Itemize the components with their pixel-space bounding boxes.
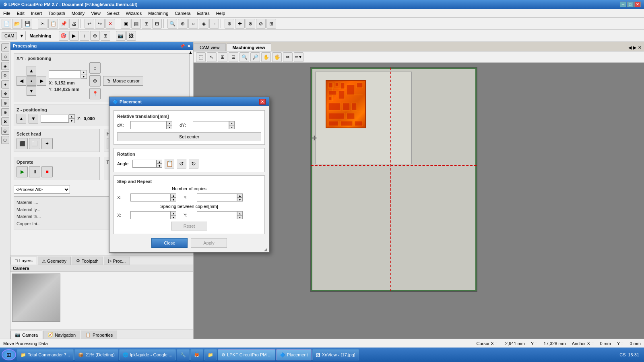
rot-cw-btn[interactable]: ↻ [189,159,198,169]
head-btn1[interactable]: ⬛ [17,138,28,149]
canvas-close[interactable]: ✕ [638,45,642,50]
lt-btn10[interactable]: ◎ [1,127,9,135]
cv-pan-btn[interactable]: ✋ [261,52,271,62]
spacing-y-up[interactable]: ▲ [237,211,243,215]
undo-btn[interactable]: ↩ [85,19,94,29]
zoom3-btn[interactable]: ○ [188,19,198,29]
tab-layers[interactable]: □ Layers [10,257,37,265]
spacing-x-down[interactable]: ▼ [171,215,176,219]
xy-step-input[interactable]: 10 mm [49,70,81,78]
cam-btn4[interactable]: ⊕ [90,31,100,41]
home-btn[interactable]: ⌂ [89,62,101,74]
task-chrome[interactable]: 🌐 lpkf-guide - Google ... [119,349,176,360]
dialog-resize-handle[interactable]: ◢ [264,247,269,252]
lt-btn9[interactable]: ✖ [1,117,9,125]
cv-pencil-btn[interactable]: ✏ [283,52,293,62]
menu-edit[interactable]: Edit [14,10,28,16]
paste-btn[interactable]: 📌 [59,19,68,29]
cam-btn6[interactable]: 📷 [116,31,126,41]
canvas-nav-right[interactable]: ▶ [633,45,636,50]
down-btn[interactable]: ▼ [27,86,36,96]
menu-extras[interactable]: Extras [194,10,213,16]
angle-input[interactable]: -90 ° [132,160,157,168]
cut-btn[interactable]: ✂ [38,19,47,29]
center-btn[interactable]: ● [27,76,36,86]
angle-up[interactable]: ▲ [157,160,162,164]
save-btn[interactable]: 💾 [23,19,32,29]
set-center-button[interactable]: Set center [117,132,261,141]
task-folder[interactable]: 📁 [204,349,217,360]
menu-camera[interactable]: Camera [171,10,194,16]
cam-arrow[interactable]: ▼ [19,33,24,38]
cam-btn2[interactable]: ▶ [69,31,79,41]
dx-down[interactable]: ▼ [167,125,172,129]
spacing-x-input[interactable]: 0 mm [130,211,171,219]
pause-btn[interactable]: ⏸ [29,166,40,177]
head-btn2[interactable]: ⬜ [29,138,40,149]
cam-btn1[interactable]: 🎯 [59,31,68,41]
print-btn[interactable]: 🖨 [69,19,79,29]
cv-select-btn[interactable]: ⬚ [196,52,206,62]
mouse-cursor-btn[interactable]: 🖱 Mouse cursor [103,76,143,86]
minimize-btn[interactable]: ─ [620,2,626,7]
nav-btn[interactable]: → [209,19,219,29]
select2-btn[interactable]: ▤ [131,19,141,29]
redo-btn[interactable]: ↪ [95,19,105,29]
z-step-down[interactable]: ▼ [69,119,74,123]
cv-zoom-btn[interactable]: 🔍 [239,52,249,62]
rot-copy-btn[interactable]: 📋 [165,159,174,169]
dy-up[interactable]: ▲ [229,121,235,125]
cam-dropdown[interactable]: CAM [2,32,17,39]
open-btn[interactable]: 📂 [12,19,22,29]
lt-btn7[interactable]: ⊛ [1,99,9,107]
task-total-commander[interactable]: 📁 Total Commander 7... [17,349,74,360]
lt-btn2[interactable]: ⊙ [1,53,9,61]
xy-step-down[interactable]: ▼ [81,74,87,78]
angle-down[interactable]: ▼ [157,164,162,168]
play-btn[interactable]: ▶ [17,166,28,177]
dy-down[interactable]: ▼ [229,125,235,129]
lt-btn4[interactable]: ⚙ [1,71,9,79]
spacing-y-input[interactable]: 0 mm [197,211,237,219]
cam-view-tab[interactable]: CAM view [194,43,226,51]
panel-pin-btn[interactable]: 📌 [180,44,185,48]
lt-btn3[interactable]: ◈ [1,62,9,70]
tool4-btn[interactable]: ⊘ [256,19,266,29]
dialog-apply-button[interactable]: Apply [191,238,227,248]
z-step-input[interactable]: 0,1 mm [41,115,69,123]
cv-fit-btn[interactable]: ⊞ [218,52,227,62]
cv-cursor-btn[interactable]: ↖ [207,52,217,62]
machining-view-tab[interactable]: Machining view [227,43,271,51]
dialog-close-button[interactable]: Close [151,238,188,248]
start-button[interactable]: ⊞ [2,349,16,360]
stop-btn[interactable]: ■ [41,166,53,177]
spacing-y-down[interactable]: ▼ [237,215,243,219]
task-lpkf[interactable]: ⚙ LPKF CircuitPro PM ... [218,349,275,360]
lt-btn5[interactable]: ✦ [1,80,9,88]
dialog-close-btn[interactable]: ✕ [259,99,266,105]
lt-btn8[interactable]: ⊕ [1,108,9,116]
bottom-tab-camera[interactable]: 📷 Camera [10,331,42,339]
dx-up[interactable]: ▲ [167,121,172,125]
copies-y-input[interactable]: 1 [197,193,237,202]
task-tool1[interactable]: 🔧 [177,349,190,360]
copy-btn[interactable]: 📋 [48,19,58,29]
xy-step-up[interactable]: ▲ [81,70,87,74]
cam-btn7[interactable]: 🖼 [126,31,136,41]
bottom-tab-properties[interactable]: 📋 Properties [81,331,117,339]
right-btn[interactable]: ▶ [37,76,46,86]
lt-btn1[interactable]: ↗ [1,43,9,51]
select-btn[interactable]: ▣ [121,19,130,29]
rot-ccw-btn[interactable]: ↺ [177,159,186,169]
tool1-btn[interactable]: ⊕ [225,19,234,29]
reset-button[interactable]: Reset [171,222,208,230]
menu-help[interactable]: Help [213,10,229,16]
menu-file[interactable]: File [0,10,14,16]
origin-btn[interactable]: ⊕ [89,75,101,86]
copies-y-up[interactable]: ▲ [237,193,243,197]
menu-insert[interactable]: Insert [28,10,45,16]
task-placement[interactable]: 🔷 Placement [276,349,312,360]
copies-y-down[interactable]: ▼ [237,197,243,202]
z-step-up[interactable]: ▲ [69,115,74,119]
pcb-board[interactable] [326,80,366,128]
